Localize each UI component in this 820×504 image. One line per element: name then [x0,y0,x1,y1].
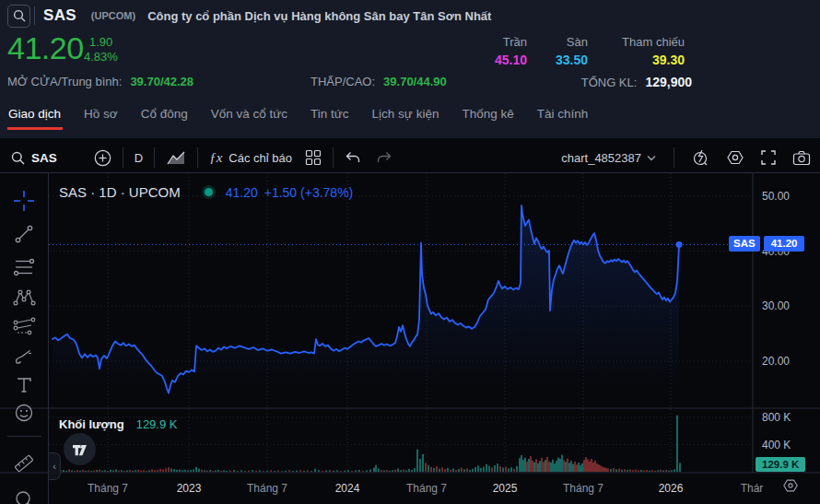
chart-type-button[interactable] [166,149,186,166]
volume-bar [502,468,504,472]
tool-crosshair[interactable] [11,188,37,214]
volume-bar [548,462,550,472]
tab-5[interactable]: Lịch sự kiện [372,107,439,121]
time-axis-label[interactable]: Thár [741,482,764,495]
low-high-pair: THẤP/CAO: 39.70/44.90 [310,75,447,88]
volume-tick-label[interactable]: 400 K [762,439,791,451]
volume-bar [635,470,637,472]
volume-bar [96,470,98,472]
volume-tick-label[interactable]: 800 K [762,411,791,424]
tool-text[interactable] [11,372,37,398]
time-axis-label[interactable]: 2023 [177,482,202,495]
time-axis-settings[interactable] [782,477,799,498]
volume-bar [557,458,559,472]
price-tick-label[interactable]: 30.00 [762,299,790,312]
volume-bar [526,462,528,472]
legend-title: SAS · 1D · UPCOM [59,184,181,200]
divider [197,147,198,168]
tab-3[interactable]: Vốn và cổ tức [211,107,287,121]
interval-button[interactable]: D [135,151,143,165]
volume-bar [65,471,67,472]
tab-4[interactable]: Tin tức [310,107,349,121]
chart-layout-menu[interactable]: chart_4852387 [561,151,656,165]
tool-zoom[interactable] [11,486,37,504]
undo-button[interactable] [345,150,361,165]
price-tick-label[interactable]: 50.00 [762,190,790,203]
volume-bar [455,470,457,472]
redo-button[interactable] [376,150,392,165]
volume-bar [441,467,443,472]
volume-bar [259,470,261,472]
company-name: Công ty cổ phần Dịch vụ Hàng không Sân b… [147,9,491,23]
tool-trend-line[interactable] [11,221,37,247]
symbol-search-button[interactable] [7,5,30,28]
volume-bar [554,463,556,472]
volume-bar [605,468,607,472]
volume-bar [643,471,645,472]
redo-icon [376,150,392,165]
snapshot-button[interactable] [792,150,811,166]
volume-bar [646,470,648,472]
volume-bar [71,471,73,472]
tool-ruler[interactable] [11,451,37,476]
volume-bar [499,466,501,472]
floor-value: 33.50 [514,53,588,67]
tool-projection[interactable] [11,313,37,339]
chart-canvas-area[interactable]: ‹ SAS · 1D · UPCOM 41.20+1.50 (+3.78%) K… [0,173,820,504]
stock-quote-page: SAS (UPCOM) Công ty cổ phần Dịch vụ Hàng… [0,0,820,504]
volume-bar [516,466,518,472]
price-volume-chart[interactable] [0,173,820,504]
volume-bar [414,468,416,472]
volume-bar [146,471,147,472]
volume-bar [101,471,103,472]
volume-bar [552,460,554,472]
change-absolute: 1.90 [89,35,118,50]
tool-fib-retracement[interactable] [11,254,37,280]
tradingview-logo[interactable] [64,433,96,465]
time-axis-label[interactable]: Tháng 7 [88,482,128,495]
reference-label: Tham chiếu [592,35,685,49]
tool-xabcd-pattern[interactable] [11,284,37,310]
time-axis-label[interactable]: Tháng 7 [247,482,287,495]
volume-bar [162,469,164,472]
volume-bar [600,465,602,472]
volume-bar [176,470,178,472]
time-axis-label[interactable]: Tháng 7 [406,482,447,495]
multichart-layout-button[interactable] [305,149,322,166]
symbol-search-field[interactable]: SAS [11,151,57,165]
volume-bar [383,471,385,472]
time-axis-label[interactable]: 2026 [659,482,684,495]
settings-button[interactable] [726,148,744,167]
volume-bar [480,468,482,472]
volume-bar [508,468,510,472]
indicators-button[interactable]: ƒx Các chỉ báo [209,150,292,166]
price-tick-label[interactable]: 20.00 [762,355,790,368]
alert-button[interactable] [692,148,710,167]
compare-add-button[interactable] [94,149,111,167]
volume-bar [168,467,170,472]
tool-brush[interactable] [11,344,37,369]
volume-bar [217,470,219,472]
chart-legend[interactable]: SAS · 1D · UPCOM 41.20+1.50 (+3.78%) [59,184,353,200]
volume-bar [340,471,342,472]
time-axis-label[interactable]: 2024 [335,482,360,495]
reference-column: Tham chiếu 39.30 [592,35,685,67]
divider [123,147,123,168]
floor-label: Sàn [514,35,588,49]
volume-bar [201,470,203,472]
time-axis-label[interactable]: Tháng 7 [563,482,603,495]
volume-bar [351,471,353,472]
tool-emoji[interactable] [11,400,37,426]
fullscreen-button[interactable] [760,149,777,166]
tab-6[interactable]: Thống kê [462,107,513,121]
volume-legend[interactable]: Khối lượng 129.9 K [59,417,177,431]
search-icon [13,9,26,22]
tab-0[interactable]: Giao dịch [8,107,61,121]
tab-2[interactable]: Cổ đông [141,107,188,121]
sidebar-collapse-handle[interactable]: ‹ [49,452,61,480]
tab-7[interactable]: Tài chính [537,107,589,121]
volume-bar [226,471,228,472]
tab-1[interactable]: Hồ sơ [84,107,118,121]
time-axis-label[interactable]: 2025 [493,482,518,495]
volume-bar [187,470,189,472]
